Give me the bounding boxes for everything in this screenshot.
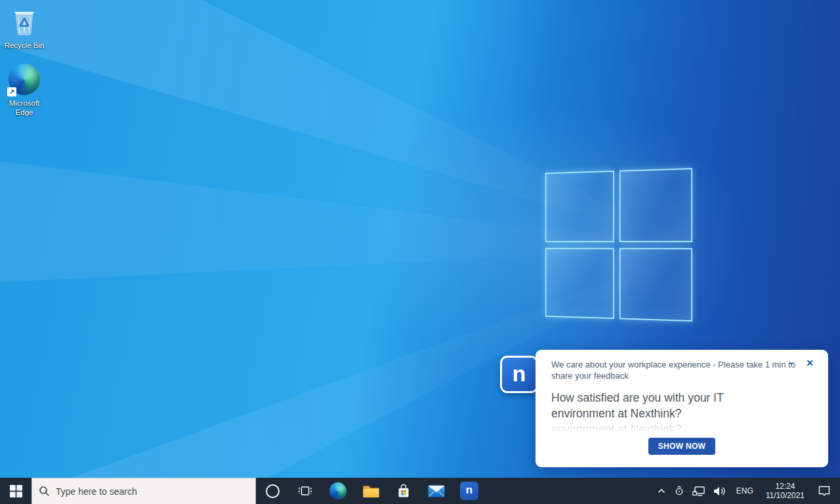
show-now-button[interactable]: SHOW NOW bbox=[648, 438, 715, 455]
notification-header-text: We care about your workplace experience … bbox=[551, 360, 798, 381]
mail-icon bbox=[428, 485, 445, 497]
desktop-icon-recycle-bin[interactable]: Recycle Bin bbox=[0, 5, 49, 50]
network-icon bbox=[692, 486, 705, 497]
desktop-wallpaper: Recycle Bin ↗ Microsoft Edge n – ✕ We ca… bbox=[0, 0, 840, 504]
recycle-bin-icon bbox=[0, 5, 49, 38]
windows-logo-pane bbox=[545, 171, 614, 242]
desktop-icon-label: Recycle Bin bbox=[0, 41, 49, 50]
taskbar-item-cortana[interactable] bbox=[256, 478, 289, 504]
taskbar-item-microsoft-store[interactable] bbox=[387, 478, 420, 504]
nexthink-icon: n bbox=[460, 482, 478, 500]
desktop-icon-microsoft-edge[interactable]: ↗ Microsoft Edge bbox=[0, 63, 49, 117]
taskbar-item-task-view[interactable] bbox=[289, 478, 322, 504]
desktop-icon-label: Microsoft Edge bbox=[0, 98, 49, 117]
search-icon bbox=[39, 486, 50, 497]
taskbar-item-mail[interactable] bbox=[420, 478, 453, 504]
taskbar-item-file-explorer[interactable] bbox=[354, 478, 387, 504]
edge-icon: ↗ bbox=[0, 63, 49, 96]
tray-app-icon bbox=[674, 486, 684, 496]
network-button[interactable] bbox=[688, 478, 709, 504]
language-indicator[interactable]: ENG bbox=[730, 486, 759, 495]
minimize-button[interactable]: – bbox=[786, 357, 797, 369]
windows-logo-pane bbox=[619, 168, 692, 242]
notification-ghost-text: environment at Nexthink? bbox=[551, 423, 812, 432]
windows-logo-icon bbox=[10, 485, 22, 497]
windows-logo-pane bbox=[619, 247, 692, 322]
task-view-icon bbox=[298, 484, 312, 497]
taskbar-search-box[interactable] bbox=[32, 478, 256, 504]
file-explorer-icon bbox=[362, 484, 380, 498]
clock-date: 11/10/2021 bbox=[766, 491, 805, 501]
clock-time: 12:24 bbox=[766, 482, 805, 492]
microsoft-store-icon bbox=[396, 484, 411, 499]
start-button[interactable] bbox=[0, 478, 32, 504]
taskbar: n bbox=[0, 478, 840, 504]
action-center-icon bbox=[818, 485, 831, 497]
search-input[interactable] bbox=[56, 486, 249, 497]
ghost-fade-overlay bbox=[551, 423, 812, 432]
volume-icon bbox=[713, 486, 726, 497]
nexthink-letter: n bbox=[513, 362, 526, 387]
tray-app-button[interactable] bbox=[670, 478, 688, 504]
system-tray: ENG 12:24 11/10/2021 bbox=[653, 478, 840, 504]
nexthink-notification-popup: – ✕ We care about your workplace experie… bbox=[536, 350, 828, 467]
windows-logo-wallpaper bbox=[545, 168, 692, 322]
nexthink-logo: n bbox=[500, 356, 538, 393]
volume-button[interactable] bbox=[709, 478, 730, 504]
chevron-up-icon bbox=[657, 487, 666, 495]
close-button[interactable]: ✕ bbox=[805, 357, 815, 369]
taskbar-item-edge[interactable] bbox=[322, 478, 354, 504]
notification-question-text: How satisfied are you with your IT envir… bbox=[551, 390, 768, 421]
taskbar-clock[interactable]: 12:24 11/10/2021 bbox=[759, 482, 811, 501]
windows-logo-pane bbox=[545, 247, 614, 319]
edge-icon bbox=[329, 482, 346, 499]
taskbar-item-nexthink[interactable]: n bbox=[453, 478, 486, 504]
shortcut-arrow-icon: ↗ bbox=[7, 87, 16, 96]
action-center-button[interactable] bbox=[811, 478, 840, 504]
cortana-icon bbox=[266, 484, 280, 498]
tray-chevron-button[interactable] bbox=[653, 478, 670, 504]
